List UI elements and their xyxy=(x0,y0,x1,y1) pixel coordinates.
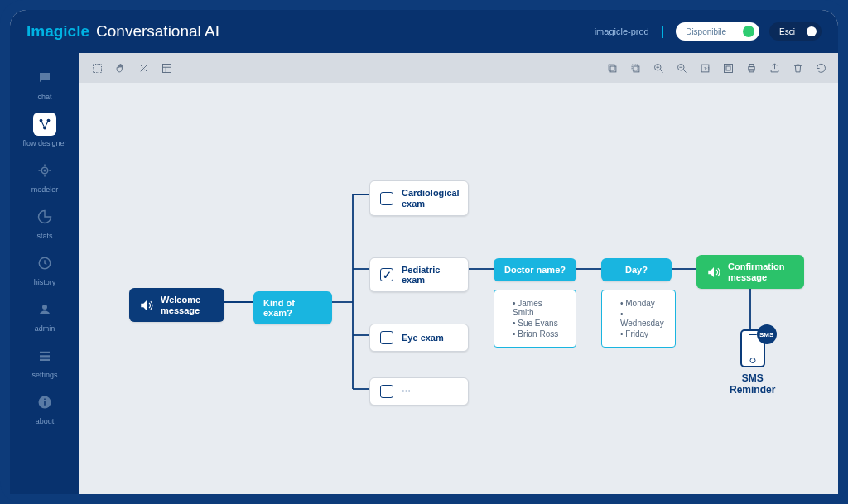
sidebar-item-label: history xyxy=(34,278,56,286)
sidebar-item-stats[interactable]: stats xyxy=(33,205,56,240)
svg-rect-31 xyxy=(726,66,730,70)
sidebar-item-label: chat xyxy=(37,93,51,101)
lasso-tool-icon[interactable] xyxy=(86,57,108,79)
svg-point-1 xyxy=(47,119,51,122)
node-label: ⋯ xyxy=(402,386,412,397)
node-option-pediatric[interactable]: Pediatric exam xyxy=(369,257,469,292)
copy-icon[interactable] xyxy=(601,57,623,79)
node-doctor-name[interactable]: Doctor name? xyxy=(494,258,576,281)
node-label: Day? xyxy=(625,265,648,275)
svg-line-26 xyxy=(683,70,686,72)
delete-icon[interactable] xyxy=(787,57,808,79)
zoom-reset-icon[interactable]: 1:1 xyxy=(694,57,716,79)
brand-product: Conversational AI xyxy=(96,22,219,41)
svg-line-22 xyxy=(660,70,662,72)
chat-icon xyxy=(33,66,56,89)
list-item: Brian Ross xyxy=(513,329,566,338)
svg-rect-13 xyxy=(93,64,101,72)
brand-imagicle: Imagicle xyxy=(26,22,89,41)
list-item: Sue Evans xyxy=(513,319,566,328)
svg-rect-8 xyxy=(40,355,50,357)
about-icon xyxy=(33,391,56,414)
hand-tool-icon[interactable] xyxy=(109,57,131,79)
brand: Imagicle Conversational AI xyxy=(26,22,219,41)
node-label: Kind of exam? xyxy=(263,298,322,318)
sidebar-item-modeler[interactable]: modeler xyxy=(31,159,59,194)
history-icon xyxy=(33,252,56,275)
sidebar-item-label: settings xyxy=(31,371,57,379)
svg-rect-11 xyxy=(44,401,46,406)
node-kind-of-exam[interactable]: Kind of exam? xyxy=(253,291,332,324)
sms-bubble-icon: SMS xyxy=(757,324,777,344)
env-separator: | xyxy=(661,24,664,39)
checkbox-icon xyxy=(380,331,393,344)
svg-point-6 xyxy=(42,305,47,310)
node-label: Pediatric exam xyxy=(402,265,458,285)
sidebar-item-label: flow designer xyxy=(22,139,66,147)
sidebar-item-flow-designer[interactable]: flow designer xyxy=(22,113,66,147)
exit-label: Esci xyxy=(779,27,795,36)
admin-icon xyxy=(33,298,56,321)
flow-canvas[interactable]: Welcome message Kind of exam? Cardiologi… xyxy=(80,83,838,494)
sidebar-item-label: stats xyxy=(36,232,52,240)
print-icon[interactable] xyxy=(740,57,762,79)
exit-button[interactable]: Esci xyxy=(769,22,822,41)
sidebar-item-admin[interactable]: admin xyxy=(33,298,56,333)
sidebar-item-chat[interactable]: chat xyxy=(33,66,56,101)
node-welcome[interactable]: Welcome message xyxy=(129,288,224,322)
app-header: Imagicle Conversational AI imagicle-prod… xyxy=(10,10,838,53)
sidebar-item-label: modeler xyxy=(31,185,59,194)
node-option-more[interactable]: ⋯ xyxy=(369,377,469,406)
refresh-icon[interactable] xyxy=(810,57,831,79)
svg-rect-9 xyxy=(40,359,50,361)
svg-rect-33 xyxy=(749,64,754,66)
node-label: Confirmation message xyxy=(728,262,794,282)
paste-icon[interactable] xyxy=(624,57,646,79)
fit-screen-icon[interactable] xyxy=(717,57,739,79)
status-toggle[interactable]: Disponibile xyxy=(676,22,759,41)
node-option-cardiological[interactable]: Cardiological exam xyxy=(369,180,469,216)
toolbar: 1:1 xyxy=(80,53,838,83)
connect-tool-icon[interactable] xyxy=(132,57,154,79)
node-label: Welcome message xyxy=(161,295,214,315)
sidebar: chat flow designer modeler stats history xyxy=(10,53,80,494)
node-confirmation[interactable]: Confirmation message xyxy=(696,255,804,289)
svg-rect-7 xyxy=(40,352,50,353)
audio-icon xyxy=(139,298,154,313)
checkbox-icon xyxy=(380,192,393,205)
sms-label: SMSReminder xyxy=(730,372,775,396)
flow-designer-icon xyxy=(33,113,56,136)
list-item: James Smith xyxy=(513,299,566,317)
svg-point-2 xyxy=(43,127,46,130)
svg-rect-20 xyxy=(632,65,638,70)
node-label: Doctor name? xyxy=(504,265,566,275)
environment-label: imagicle-prod xyxy=(595,26,649,36)
audio-icon xyxy=(706,265,721,280)
node-label: Cardiological exam xyxy=(402,188,460,209)
sidebar-item-label: admin xyxy=(35,324,55,333)
list-item: Wednesday xyxy=(620,310,665,328)
sms-reminder-block[interactable]: SMS SMSReminder xyxy=(730,329,775,396)
checkbox-checked-icon xyxy=(380,268,393,281)
svg-text:1:1: 1:1 xyxy=(703,66,710,71)
svg-rect-14 xyxy=(162,64,171,72)
svg-rect-17 xyxy=(610,66,616,72)
node-option-eye[interactable]: Eye exam xyxy=(369,324,469,352)
zoom-in-icon[interactable] xyxy=(648,57,669,79)
zoom-out-icon[interactable] xyxy=(671,57,692,79)
sidebar-item-history[interactable]: history xyxy=(33,252,56,286)
export-icon[interactable] xyxy=(764,57,785,79)
exit-icon xyxy=(807,26,817,36)
settings-icon xyxy=(33,344,56,367)
day-list: MondayWednesdayFriday xyxy=(601,290,676,348)
node-day[interactable]: Day? xyxy=(601,258,672,281)
node-label: Eye exam xyxy=(402,333,444,343)
stats-icon xyxy=(33,205,56,228)
svg-rect-30 xyxy=(724,64,732,72)
sidebar-item-settings[interactable]: settings xyxy=(31,344,57,379)
modeler-icon xyxy=(33,159,56,182)
sidebar-item-about[interactable]: about xyxy=(33,391,56,425)
svg-point-0 xyxy=(40,119,43,122)
layout-tool-icon[interactable] xyxy=(156,57,177,79)
svg-point-4 xyxy=(43,170,46,172)
